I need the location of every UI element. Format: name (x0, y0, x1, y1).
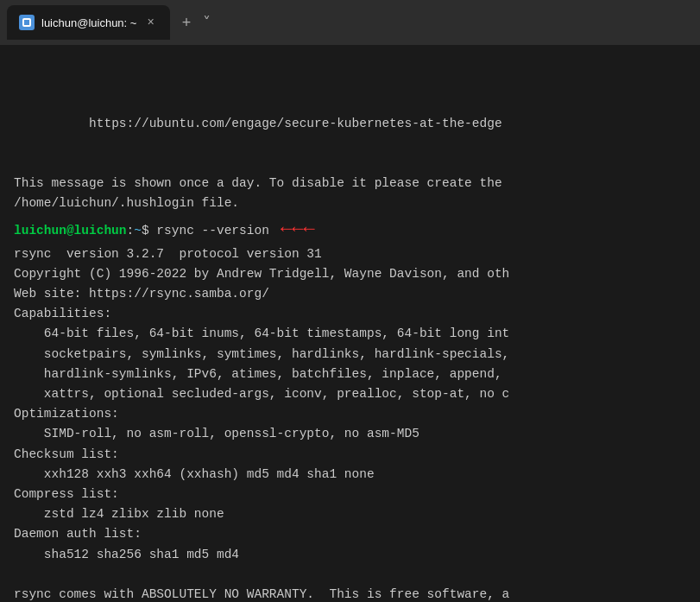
dropdown-button[interactable]: ˅ (198, 11, 216, 34)
terminal-window: luichun@luichun: ~ × + ˅ https://ubuntu.… (0, 0, 700, 602)
prompt-dollar: $ rsync --version (142, 224, 269, 238)
terminal-icon (19, 15, 35, 30)
tab-title: luichun@luichun: ~ (41, 16, 136, 29)
prompt-line: luichun@luichun:~$ rsync --version ←←← (14, 224, 315, 238)
output-version: rsync version 3.2.7 protocol version 31 … (14, 247, 517, 602)
prompt-user: luichun@luichun (14, 224, 127, 238)
terminal-body[interactable]: https://ubuntu.com/engage/secure-kuberne… (0, 45, 700, 602)
close-tab-button[interactable]: × (143, 14, 157, 31)
prompt-colon: : (127, 224, 135, 238)
arrow-annotation: ←←← (269, 219, 315, 240)
url-line: https://ubuntu.com/engage/secure-kuberne… (59, 117, 501, 130)
prompt-dir: ~ (134, 224, 142, 238)
terminal-content: https://ubuntu.com/engage/secure-kuberne… (14, 93, 686, 602)
new-tab-button[interactable]: + (177, 12, 197, 34)
tab-bar: luichun@luichun: ~ × + ˅ (0, 0, 700, 45)
msg-line-1: This message is shown once a day. To dis… (14, 176, 502, 210)
tab-actions: + ˅ (177, 11, 217, 34)
terminal-icon-inner (22, 18, 31, 27)
active-tab[interactable]: luichun@luichun: ~ × (7, 5, 170, 40)
